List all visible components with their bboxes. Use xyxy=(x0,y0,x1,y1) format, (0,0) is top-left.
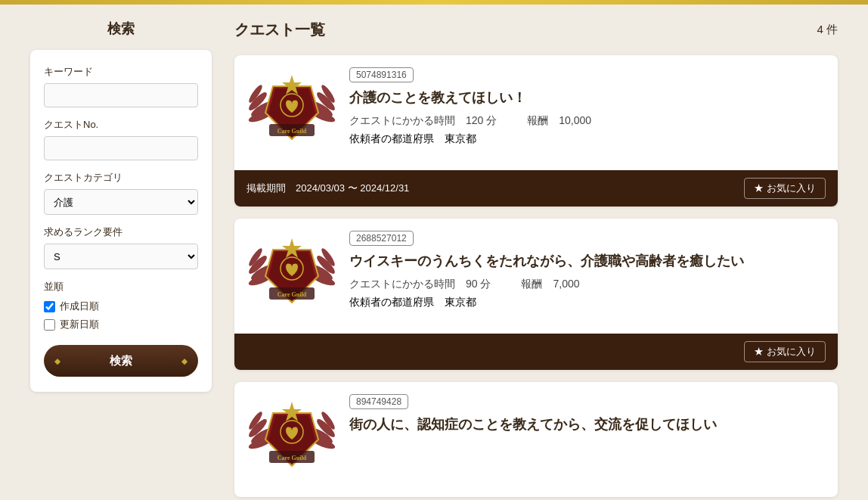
category-group: クエストカテゴリ 介護 医療 生活支援 その他 xyxy=(44,171,198,215)
quest-footer-2: ★ お気に入り xyxy=(234,334,838,370)
main-container: 検索 キーワード クエストNo. クエストカテゴリ 介護 医療 生活支援 その他 xyxy=(0,5,868,500)
quest-card-body-2: Care Guild 2688527012 ウイスキーのうんちくをたれながら、介… xyxy=(234,219,838,334)
quest-card-body-1: Care Guild 5074891316 介護のことを教えてほしい！ クエスト… xyxy=(234,55,838,170)
quest-meta-2: クエストにかかる時間 90 分 報酬 7,000 xyxy=(349,278,826,291)
svg-text:Care Guild: Care Guild xyxy=(277,291,307,298)
quest-logo-1: Care Guild xyxy=(246,67,337,158)
sort-creation-label: 作成日順 xyxy=(60,300,99,313)
svg-text:Care Guild: Care Guild xyxy=(277,455,307,461)
sidebar-title: 検索 xyxy=(30,20,212,38)
search-button[interactable]: 検索 xyxy=(44,345,198,377)
fav-button-2[interactable]: ★ お気に入り xyxy=(744,341,826,362)
quest-reward-1: 報酬 10,000 xyxy=(527,114,591,128)
quest-info-1: 5074891316 介護のことを教えてほしい！ クエストにかかる時間 120 … xyxy=(349,67,826,146)
quest-logo-2: Care Guild xyxy=(246,231,337,321)
quest-info-3: 894749428 街の人に、認知症のことを教えてから、交流を促してほしい xyxy=(349,394,826,441)
quest-prefecture-1: 依頼者の都道府県 東京都 xyxy=(349,132,826,146)
category-select[interactable]: 介護 医療 生活支援 その他 xyxy=(44,189,198,215)
sidebar: 検索 キーワード クエストNo. クエストカテゴリ 介護 医療 生活支援 その他 xyxy=(30,20,212,500)
quest-time-2: クエストにかかる時間 90 分 xyxy=(349,278,491,291)
quest-card-2: Care Guild 2688527012 ウイスキーのうんちくをたれながら、介… xyxy=(234,219,838,370)
search-panel: キーワード クエストNo. クエストカテゴリ 介護 医療 生活支援 その他 求め… xyxy=(30,50,212,392)
sort-creation-checkbox[interactable] xyxy=(44,301,55,312)
sort-group: 並順 作成日順 更新日順 xyxy=(44,280,198,331)
rank-group: 求めるランク要件 S A B C xyxy=(44,225,198,269)
quest-id-1: 5074891316 xyxy=(349,67,414,82)
keyword-group: キーワード xyxy=(44,65,198,107)
sort-update-label: 更新日順 xyxy=(60,318,99,331)
fav-button-1[interactable]: ★ お気に入り xyxy=(744,178,826,199)
quest-card-body-3: Care Guild 894749428 街の人に、認知症のことを教えてから、交… xyxy=(234,382,838,497)
rank-select[interactable]: S A B C xyxy=(44,244,198,269)
quest-info-2: 2688527012 ウイスキーのうんちくをたれながら、介護職や高齢者を癒したい… xyxy=(349,231,826,309)
quest-title-3: 街の人に、認知症のことを教えてから、交流を促してほしい xyxy=(349,415,826,433)
sort-update-checkbox[interactable] xyxy=(44,319,55,331)
quest-no-group: クエストNo. xyxy=(44,118,198,160)
quest-id-2: 2688527012 xyxy=(349,231,414,246)
quest-title-1: 介護のことを教えてほしい！ xyxy=(349,89,826,107)
sort-label: 並順 xyxy=(44,280,198,293)
quest-logo-3: Care Guild xyxy=(246,394,337,485)
quest-card-1: Care Guild 5074891316 介護のことを教えてほしい！ クエスト… xyxy=(234,55,838,207)
rank-label: 求めるランク要件 xyxy=(44,225,198,239)
quest-title-2: ウイスキーのうんちくをたれながら、介護職や高齢者を癒したい xyxy=(349,252,826,270)
quest-footer-1: 掲載期間 2024/03/03 〜 2024/12/31 ★ お気に入り xyxy=(234,170,838,207)
quest-card-3: Care Guild 894749428 街の人に、認知症のことを教えてから、交… xyxy=(234,382,838,497)
category-label: クエストカテゴリ xyxy=(44,171,198,185)
quest-no-input[interactable] xyxy=(44,136,198,160)
quest-period-1: 掲載期間 2024/03/03 〜 2024/12/31 xyxy=(246,182,409,195)
keyword-input[interactable] xyxy=(44,83,198,107)
sort-creation-row: 作成日順 xyxy=(44,300,198,313)
svg-text:Care Guild: Care Guild xyxy=(277,128,307,135)
result-count: 4 件 xyxy=(817,23,838,37)
quest-time-1: クエストにかかる時間 120 分 xyxy=(349,114,497,128)
keyword-label: キーワード xyxy=(44,65,198,79)
quest-prefecture-2: 依頼者の都道府県 東京都 xyxy=(349,296,826,309)
sort-update-row: 更新日順 xyxy=(44,318,198,331)
quest-reward-2: 報酬 7,000 xyxy=(521,278,579,291)
content-area: クエスト一覧 4 件 xyxy=(234,20,838,500)
content-header: クエスト一覧 4 件 xyxy=(234,20,838,40)
content-title: クエスト一覧 xyxy=(234,20,325,40)
quest-meta-1: クエストにかかる時間 120 分 報酬 10,000 xyxy=(349,114,826,128)
quest-id-3: 894749428 xyxy=(349,394,408,409)
quest-no-label: クエストNo. xyxy=(44,118,198,132)
